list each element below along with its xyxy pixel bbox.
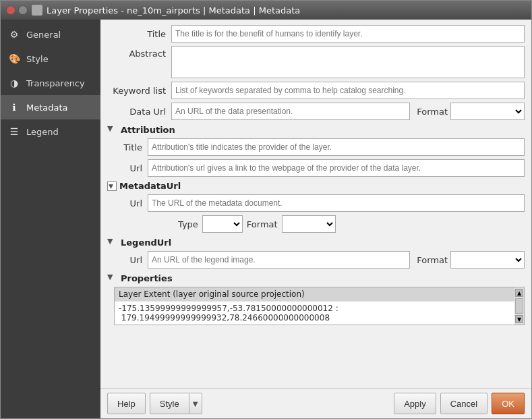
right-panel: Title Abstract Keyword list Data Url [100, 20, 531, 418]
help-button[interactable]: Help [107, 393, 146, 414]
titlebar: Layer Properties - ne_10m_airports | Met… [1, 1, 531, 20]
scrollbar-down-icon[interactable]: ▼ [515, 315, 523, 323]
dataurl-input[interactable] [171, 103, 410, 120]
metadataurl-type-label: Type [178, 219, 198, 229]
metadataurl-format-select[interactable] [282, 215, 336, 233]
style-button[interactable]: Style [150, 393, 189, 414]
main-window: Layer Properties - ne_10m_airports | Met… [0, 0, 532, 419]
legend-icon: ☰ [7, 125, 21, 138]
metadataurl-content: Url Type Format [114, 194, 525, 233]
sidebar-item-legend[interactable]: ☰ Legend [1, 119, 100, 144]
properties-content: Layer Extent (layer original source proj… [114, 287, 525, 325]
metadataurl-url-row: Url [114, 194, 525, 212]
abstract-row: Abstract [107, 46, 525, 78]
window-title: Layer Properties - ne_10m_airports | Met… [47, 5, 526, 16]
legendurl-format-group: Format [148, 251, 525, 269]
dataurl-format-label: Format [417, 107, 448, 117]
scrollbar-up-icon[interactable]: ▲ [515, 289, 523, 297]
metadataurl-section-title: MetadataUrl [119, 181, 181, 191]
attribution-content: Title Url [114, 138, 525, 177]
legendurl-section-title: LegendUrl [121, 238, 171, 248]
properties-scrollbar[interactable]: ▲ ▼ [514, 287, 524, 325]
style-button-group: Style ▼ [150, 393, 202, 414]
legendurl-section-header[interactable]: ▼ LegendUrl [107, 237, 525, 248]
sidebar-item-transparency[interactable]: ◑ Transparency [1, 71, 100, 95]
dataurl-row: Data Url Format [107, 103, 525, 120]
dataurl-format-select[interactable] [450, 103, 525, 120]
sidebar-item-general[interactable]: ⚙ General [1, 22, 100, 47]
metadataurl-section-header[interactable]: MetadataUrl [107, 181, 525, 191]
metadata-icon: ℹ [7, 101, 21, 114]
app-icon [32, 5, 42, 16]
style-icon: 🎨 [7, 52, 21, 65]
title-row: Title [107, 25, 525, 43]
legendurl-url-label: Url [114, 255, 148, 265]
attribution-arrow-icon: ▼ [107, 124, 118, 135]
abstract-input[interactable] [171, 46, 525, 78]
legendurl-content: Url Format [114, 251, 525, 269]
property-value-extent: -175.13599999999999957,-53.7815000000000… [115, 302, 524, 325]
attribution-title-row: Title [114, 138, 525, 156]
window-controls [6, 5, 28, 15]
scroll-area[interactable]: Title Abstract Keyword list Data Url [100, 20, 531, 388]
properties-section-header[interactable]: ▼ Properties [107, 273, 525, 283]
sidebar-item-style[interactable]: 🎨 Style [1, 47, 100, 71]
keyword-label: Keyword list [107, 86, 171, 96]
metadataurl-checkbox-icon[interactable] [107, 181, 117, 191]
metadataurl-url-label: Url [114, 198, 148, 208]
attribution-section-title: Attribution [121, 125, 175, 135]
legendurl-format-select[interactable] [450, 251, 525, 269]
legendurl-arrow-icon: ▼ [107, 237, 118, 248]
title-input[interactable] [171, 25, 525, 43]
attribution-section-header[interactable]: ▼ Attribution [107, 124, 525, 135]
attribution-url-label: Url [114, 163, 148, 173]
metadataurl-type-select[interactable] [202, 215, 243, 233]
sidebar-label-legend: Legend [26, 127, 59, 137]
sidebar: ⚙ General 🎨 Style ◑ Transparency ℹ Metad… [1, 20, 100, 418]
properties-arrow-icon: ▼ [107, 273, 118, 283]
metadataurl-url-input[interactable] [148, 194, 525, 212]
general-icon: ⚙ [7, 28, 21, 41]
cancel-button[interactable]: Cancel [440, 393, 487, 414]
properties-section-title: Properties [121, 273, 173, 283]
keyword-row: Keyword list [107, 82, 525, 99]
style-dropdown-arrow[interactable]: ▼ [189, 393, 202, 414]
minimize-button[interactable] [18, 5, 28, 15]
attribution-title-label: Title [114, 142, 148, 152]
legendurl-url-input[interactable] [148, 251, 410, 269]
keyword-input[interactable] [171, 82, 525, 99]
properties-list: Layer Extent (layer original source proj… [114, 287, 525, 325]
ok-button[interactable]: OK [492, 393, 525, 414]
metadataurl-format-label: Format [247, 219, 278, 229]
dataurl-label: Data Url [107, 107, 171, 117]
sidebar-item-metadata[interactable]: ℹ Metadata [1, 95, 100, 119]
legendurl-format-label: Format [417, 255, 448, 265]
sidebar-label-style: Style [26, 54, 49, 64]
scrollbar-thumb[interactable] [515, 298, 523, 314]
property-item-extent[interactable]: Layer Extent (layer original source proj… [115, 287, 524, 302]
sidebar-label-transparency: Transparency [26, 78, 85, 88]
transparency-icon: ◑ [7, 76, 21, 90]
apply-button[interactable]: Apply [394, 393, 436, 414]
sidebar-label-general: General [26, 30, 61, 40]
attribution-title-input[interactable] [148, 138, 525, 156]
main-content: ⚙ General 🎨 Style ◑ Transparency ℹ Metad… [1, 20, 531, 418]
attribution-url-row: Url [114, 159, 525, 177]
dataurl-format-group: Format [171, 103, 525, 120]
attribution-url-input[interactable] [148, 159, 525, 177]
title-label: Title [107, 29, 171, 39]
close-button[interactable] [6, 5, 16, 15]
abstract-label: Abstract [107, 46, 171, 59]
sidebar-label-metadata: Metadata [26, 103, 68, 113]
metadataurl-type-format-row: Type Format [178, 215, 525, 233]
legendurl-url-row: Url Format [114, 251, 525, 269]
bottom-bar: Help Style ▼ Apply Cancel OK [100, 388, 531, 418]
